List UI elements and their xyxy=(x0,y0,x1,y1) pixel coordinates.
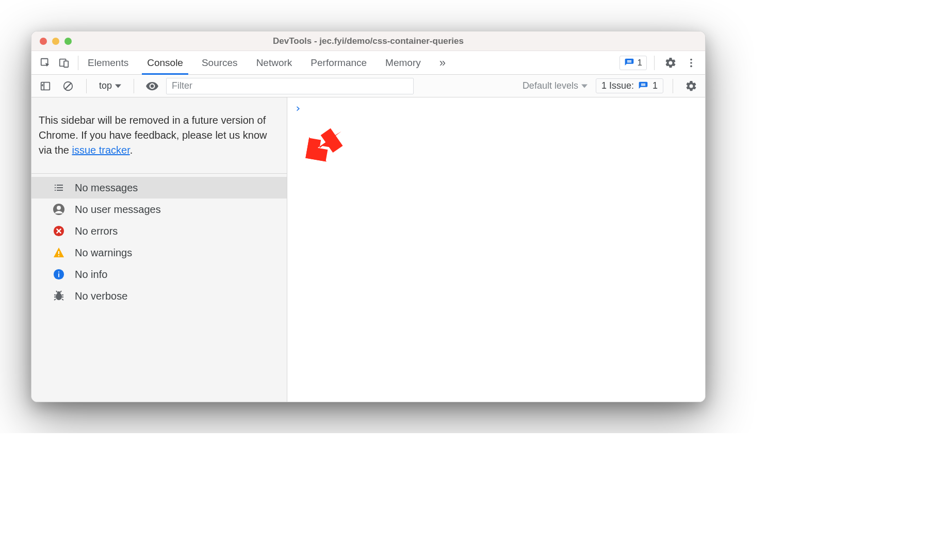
console-settings-icon[interactable] xyxy=(682,77,700,95)
svg-point-4 xyxy=(690,62,692,64)
separator xyxy=(654,56,655,70)
live-expression-icon[interactable] xyxy=(143,77,161,95)
filter-warnings[interactable]: No warnings xyxy=(31,242,287,263)
panel-tabs: Elements Console Sources Network Perform… xyxy=(86,51,618,74)
titlebar: DevTools - jec.fyi/demo/css-container-qu… xyxy=(31,31,705,51)
deprecation-text-post: . xyxy=(130,144,133,156)
dropdown-triangle-icon xyxy=(581,83,588,89)
svg-rect-16 xyxy=(58,272,59,273)
levels-label: Default levels xyxy=(523,80,578,91)
inspect-element-icon[interactable] xyxy=(37,54,54,72)
filter-label: No warnings xyxy=(75,247,132,259)
minimize-window-button[interactable] xyxy=(52,38,59,45)
separator xyxy=(86,79,87,93)
filter-label: No verbose xyxy=(75,290,127,302)
console-sidebar: This sidebar will be removed in a future… xyxy=(31,97,287,402)
main-toolbar: Elements Console Sources Network Perform… xyxy=(31,51,705,75)
issue-count: 1 xyxy=(653,80,658,91)
console-body: This sidebar will be removed in a future… xyxy=(31,97,705,402)
filter-messages[interactable]: No messages xyxy=(31,177,287,199)
console-toolbar: top Default levels 1 Issue: 1 xyxy=(31,75,705,97)
tab-memory[interactable]: Memory xyxy=(383,51,423,74)
close-window-button[interactable] xyxy=(40,38,47,45)
svg-rect-13 xyxy=(58,255,59,256)
filter-verbose[interactable]: No verbose xyxy=(31,285,287,307)
toolbar-right: 1 xyxy=(619,54,700,72)
svg-point-3 xyxy=(690,58,692,60)
user-icon xyxy=(52,203,66,216)
log-levels-selector[interactable]: Default levels xyxy=(519,80,591,91)
settings-icon[interactable] xyxy=(662,54,679,72)
filter-user-messages[interactable]: No user messages xyxy=(31,199,287,220)
svg-point-10 xyxy=(57,206,61,210)
separator xyxy=(673,79,673,93)
devtools-window: DevTools - jec.fyi/demo/css-container-qu… xyxy=(31,31,706,402)
context-label: top xyxy=(99,80,112,91)
issue-tracker-link[interactable]: issue tracker xyxy=(72,144,129,156)
sidebar-toggle-icon[interactable] xyxy=(37,77,54,95)
console-output-area[interactable]: › xyxy=(287,97,705,402)
tab-elements[interactable]: Elements xyxy=(86,51,131,74)
warning-icon xyxy=(52,246,66,259)
maximize-window-button[interactable] xyxy=(64,38,72,45)
svg-rect-15 xyxy=(58,273,59,277)
issues-link[interactable]: 1 Issue: 1 xyxy=(596,78,663,93)
filter-info[interactable]: No info xyxy=(31,263,287,285)
filter-errors[interactable]: No errors xyxy=(31,220,287,242)
issues-badge-count: 1 xyxy=(638,58,642,68)
tabs-overflow[interactable]: » xyxy=(437,51,448,74)
info-icon xyxy=(52,268,66,281)
separator xyxy=(78,56,78,70)
issue-label: 1 Issue: xyxy=(601,80,634,91)
clear-console-icon[interactable] xyxy=(59,77,77,95)
separator xyxy=(134,79,134,93)
issues-badge[interactable]: 1 xyxy=(619,56,647,70)
svg-point-18 xyxy=(57,291,60,294)
svg-point-5 xyxy=(690,65,692,67)
list-icon xyxy=(52,181,66,194)
sidebar-filter-list: No messages No user messages No errors xyxy=(31,174,287,307)
console-prompt: › xyxy=(295,102,301,114)
svg-rect-2 xyxy=(64,61,68,67)
tab-console[interactable]: Console xyxy=(145,51,185,74)
device-toggle-icon[interactable] xyxy=(55,54,73,72)
svg-rect-12 xyxy=(58,251,59,254)
filter-label: No messages xyxy=(75,182,138,194)
deprecation-notice: This sidebar will be removed in a future… xyxy=(31,97,287,174)
filter-input[interactable] xyxy=(166,78,414,94)
tab-network[interactable]: Network xyxy=(254,51,295,74)
filter-label: No errors xyxy=(75,225,118,237)
traffic-lights xyxy=(40,38,72,45)
bug-icon xyxy=(52,289,66,303)
filter-label: No user messages xyxy=(75,204,161,216)
filter-label: No info xyxy=(75,269,107,281)
tab-sources[interactable]: Sources xyxy=(200,51,240,74)
error-icon xyxy=(52,224,66,238)
chat-icon xyxy=(624,58,634,68)
dropdown-triangle-icon xyxy=(115,83,121,89)
tab-performance[interactable]: Performance xyxy=(308,51,369,74)
chat-icon xyxy=(638,81,648,91)
context-selector[interactable]: top xyxy=(96,78,124,93)
more-menu-icon[interactable] xyxy=(682,54,700,72)
svg-line-8 xyxy=(66,83,71,89)
window-title: DevTools - jec.fyi/demo/css-container-qu… xyxy=(31,36,705,46)
